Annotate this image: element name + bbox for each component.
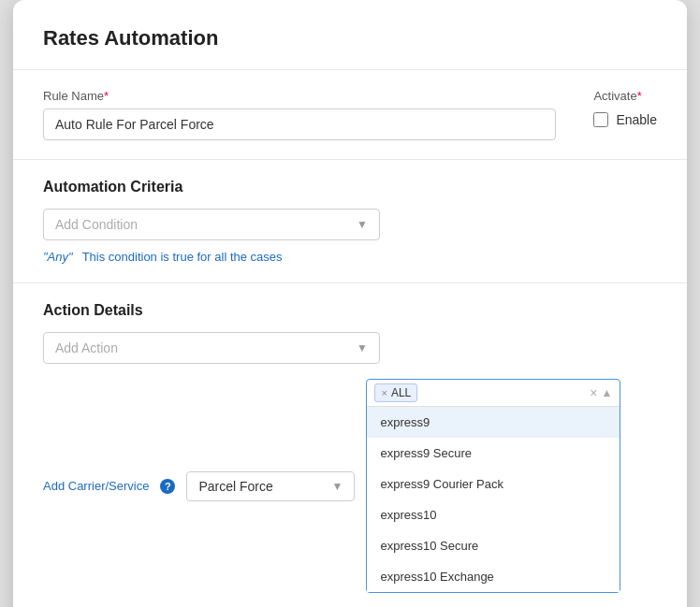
service-list-item[interactable]: express10 Secure: [367, 530, 620, 561]
service-list-item[interactable]: express9 Secure: [367, 438, 620, 469]
add-action-dropdown[interactable]: Add Action ▼: [43, 332, 380, 364]
service-dropdown-list: express9express9 Secureexpress9 Courier …: [367, 407, 620, 592]
rates-automation-modal: Rates Automation Rule Name* Activate* En…: [13, 0, 687, 607]
add-action-placeholder: Add Action: [55, 340, 357, 355]
service-list-item[interactable]: express10 Exchange: [367, 561, 620, 592]
service-dropdown-arrow-icon[interactable]: ▲: [601, 386, 612, 399]
enable-checkbox[interactable]: [593, 112, 608, 127]
enable-row: Enable: [593, 112, 657, 127]
service-tag-all: × ALL: [374, 383, 417, 402]
carrier-row: Add Carrier/Service ? Parcel Force ▼ × A…: [43, 379, 657, 593]
carrier-dropdown[interactable]: Parcel Force ▼: [186, 471, 355, 501]
action-details-title: Action Details: [43, 302, 657, 319]
activate-required: *: [637, 89, 642, 103]
activate-group: Activate* Enable: [593, 89, 657, 127]
tag-all-label: ALL: [391, 386, 411, 399]
tag-remove-icon[interactable]: ×: [381, 387, 386, 398]
carrier-label: Add Carrier/Service: [43, 479, 149, 493]
add-action-arrow-icon: ▼: [357, 341, 368, 354]
enable-label: Enable: [616, 112, 657, 127]
any-description: This condition is true for all the cases: [82, 250, 283, 264]
rule-name-row: Rule Name* Activate* Enable: [43, 89, 657, 140]
modal-title: Rates Automation: [13, 0, 687, 70]
service-clear-icon[interactable]: ×: [590, 385, 597, 400]
service-list-item[interactable]: express9 Courier Pack: [367, 469, 620, 499]
help-icon[interactable]: ?: [160, 479, 175, 494]
any-row: "Any" This condition is true for all the…: [43, 250, 657, 264]
carrier-arrow-icon: ▼: [332, 480, 343, 493]
add-condition-arrow-icon: ▼: [357, 218, 368, 231]
service-search-top: × ALL × ▲: [367, 380, 620, 407]
automation-criteria-title: Automation Criteria: [43, 179, 657, 195]
add-condition-placeholder: Add Condition: [55, 217, 357, 232]
action-details-section: Action Details Add Action ▼ Add Carrier/…: [13, 283, 687, 607]
automation-criteria-section: Automation Criteria Add Condition ▼ "Any…: [13, 160, 687, 283]
rule-name-label: Rule Name*: [43, 89, 556, 103]
activate-label: Activate*: [593, 89, 657, 103]
service-list-item[interactable]: express9: [367, 407, 620, 438]
service-list-item[interactable]: express10: [367, 499, 620, 530]
rule-name-group: Rule Name*: [43, 89, 556, 140]
any-label: "Any": [43, 250, 73, 264]
service-search-input[interactable]: [421, 384, 586, 402]
rule-name-required: *: [104, 89, 109, 103]
service-search-box: × ALL × ▲ express9express9 Secureexpress…: [366, 379, 620, 593]
add-condition-dropdown[interactable]: Add Condition ▼: [43, 209, 380, 240]
rule-name-input[interactable]: [43, 108, 556, 140]
rule-name-section: Rule Name* Activate* Enable: [13, 70, 687, 160]
carrier-value: Parcel Force: [198, 479, 331, 494]
